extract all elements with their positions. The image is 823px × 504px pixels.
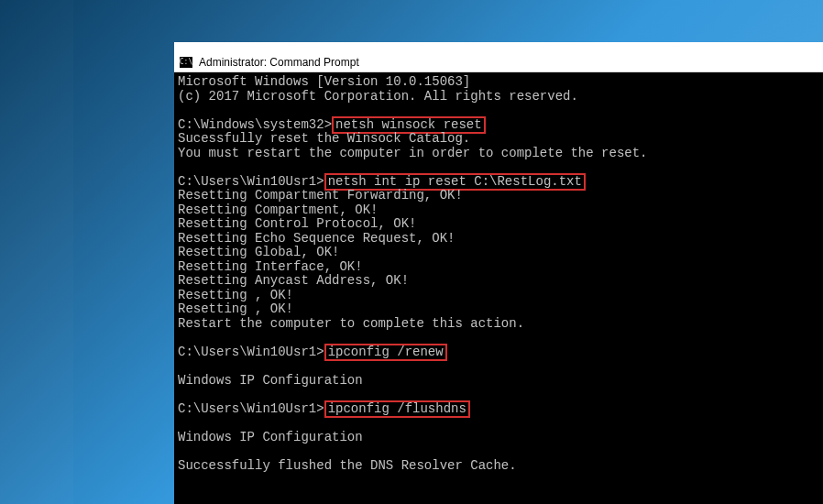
console-line: Resetting Anycast Address, OK!: [178, 273, 409, 288]
console-line: Sucessfully reset the Winsock Catalog.: [178, 131, 470, 146]
console-line: Resetting Compartment Forwarding, OK!: [178, 188, 463, 203]
console-line: (c) 2017 Microsoft Corporation. All righ…: [178, 89, 578, 104]
window-title: Administrator: Command Prompt: [199, 56, 359, 69]
console-line: Restart the computer to complete this ac…: [178, 316, 524, 331]
console-prompt: C:\Users\Win10Usr1>: [178, 401, 324, 416]
console-line: Resetting Interface, OK!: [178, 259, 363, 274]
console-line: Resetting Echo Sequence Request, OK!: [178, 231, 455, 246]
console-prompt: C:\Users\Win10Usr1>: [178, 345, 324, 359]
console-line: You must restart the computer in order t…: [178, 146, 647, 160]
desktop-background-accent: [0, 0, 73, 504]
highlighted-command: ipconfig /flushdns: [324, 400, 470, 419]
console-line: Windows IP Configuration: [178, 430, 363, 444]
console-prompt: C:\Windows\system32>: [178, 117, 332, 132]
highlighted-command: ipconfig /renew: [324, 344, 447, 362]
console-prompt: C:\Users\Win10Usr1>: [178, 174, 324, 189]
console-line: Resetting , OK!: [178, 301, 293, 316]
console-output[interactable]: Microsoft Windows [Version 10.0.15063] (…: [174, 72, 823, 504]
console-line: Windows IP Configuration: [178, 373, 363, 388]
console-line: Resetting , OK!: [178, 288, 293, 302]
console-line: Resetting Compartment, OK!: [178, 203, 378, 217]
console-line: Resetting Global, OK!: [178, 245, 339, 259]
command-prompt-window: C:\ Administrator: Command Prompt Micros…: [174, 52, 823, 504]
titlebar[interactable]: C:\ Administrator: Command Prompt: [174, 52, 823, 72]
console-line: Microsoft Windows [Version 10.0.15063]: [178, 74, 470, 89]
console-line: Resetting Control Protocol, OK!: [178, 216, 416, 231]
console-line: Successfully flushed the DNS Resolver Ca…: [178, 458, 517, 473]
cmd-icon: C:\: [180, 57, 192, 68]
